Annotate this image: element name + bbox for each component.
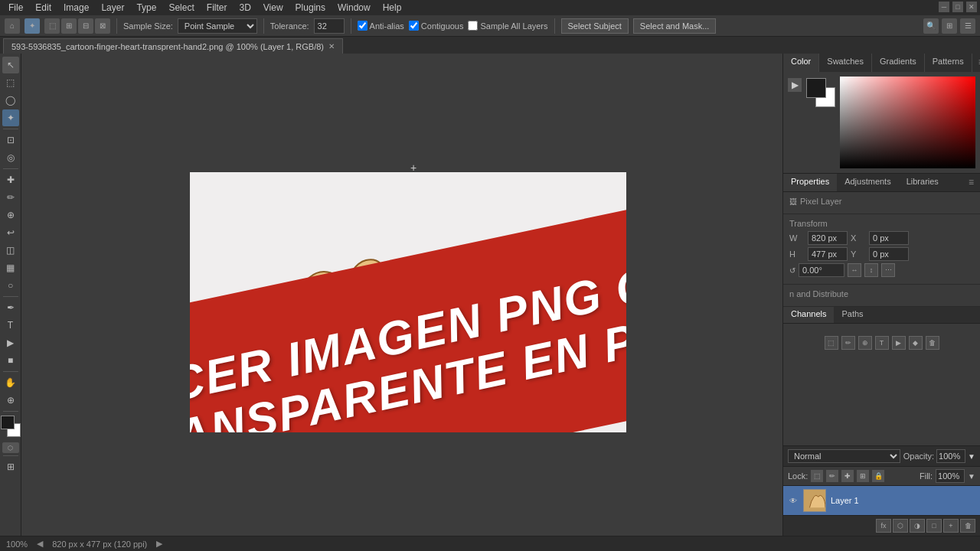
fg-bg-swatches[interactable] xyxy=(806,78,835,107)
shape-tool-button[interactable]: ■ xyxy=(2,352,19,369)
gradient-tool-button[interactable]: ▦ xyxy=(2,259,19,276)
color-panel-expand-icon[interactable]: ≡ xyxy=(972,54,980,72)
healing-tool-button[interactable]: ✚ xyxy=(2,171,19,188)
tab-properties[interactable]: Properties xyxy=(783,174,837,191)
channel-icon-4[interactable]: T xyxy=(875,336,889,350)
maximize-button[interactable]: □ xyxy=(952,2,963,12)
menu-image[interactable]: Image xyxy=(58,1,94,15)
anti-alias-checkbox[interactable] xyxy=(358,21,368,31)
foreground-color-swatch-panel[interactable] xyxy=(806,78,826,98)
add-group-button[interactable]: □ xyxy=(926,519,942,533)
channel-icon-1[interactable]: ⬚ xyxy=(825,336,838,350)
quick-mask-button[interactable]: ⬡ xyxy=(2,442,19,453)
lock-transparent-icon[interactable]: ⬚ xyxy=(811,470,823,482)
tab-paths[interactable]: Paths xyxy=(834,307,871,323)
eraser-tool-button[interactable]: ◫ xyxy=(2,242,19,259)
zoom-tool-button[interactable]: ⊕ xyxy=(2,392,19,409)
brush-tool-button[interactable]: ✏ xyxy=(2,189,19,206)
foreground-color-swatch[interactable] xyxy=(1,416,15,429)
marquee-tool-button[interactable]: ⬚ xyxy=(2,74,19,91)
tab-libraries[interactable]: Libraries xyxy=(899,174,946,191)
width-input[interactable] xyxy=(808,231,848,245)
sample-size-select[interactable]: Point Sample 3 by 3 Average 5 by 5 Avera… xyxy=(178,18,257,34)
workspace-icon[interactable]: ⊞ xyxy=(942,18,957,34)
menu-3d[interactable]: 3D xyxy=(234,1,256,15)
wand-tool-button[interactable]: ✦ xyxy=(2,109,19,126)
home-icon[interactable]: ⌂ xyxy=(5,18,20,34)
flip-h-button[interactable]: ↔ xyxy=(848,263,861,277)
dodge-tool-button[interactable]: ○ xyxy=(2,277,19,294)
status-arrow-left[interactable]: ◀ xyxy=(37,539,43,549)
hand-tool-button[interactable]: ✋ xyxy=(2,374,19,391)
menu-type[interactable]: Type xyxy=(131,1,162,15)
flip-v-button[interactable]: ↕ xyxy=(864,263,878,277)
more-transform-button[interactable]: ⋯ xyxy=(881,263,895,277)
new-selection-icon[interactable]: ⬚ xyxy=(44,18,60,34)
lock-artboard-icon[interactable]: ⊞ xyxy=(857,470,869,482)
x-input[interactable] xyxy=(869,231,909,245)
menu-select[interactable]: Select xyxy=(163,1,199,15)
document-tab[interactable]: 593-5936835_cartoon-finger-heart-transpr… xyxy=(3,38,343,54)
menu-window[interactable]: Window xyxy=(332,1,376,15)
fg-bg-color-swatch[interactable] xyxy=(1,416,21,437)
pen-tool-button[interactable]: ✒ xyxy=(2,299,19,316)
properties-expand-icon[interactable]: ≡ xyxy=(962,174,980,191)
layer-visibility-icon[interactable]: 👁 xyxy=(788,495,799,506)
menu-help[interactable]: Help xyxy=(377,1,407,15)
play-button[interactable]: ▶ xyxy=(788,78,802,92)
close-button[interactable]: ✕ xyxy=(966,2,977,12)
channel-icon-3[interactable]: ⊕ xyxy=(858,336,872,350)
angle-input[interactable] xyxy=(799,263,844,277)
add-mask-button[interactable]: ⬡ xyxy=(893,519,908,533)
lasso-tool-button[interactable]: ◯ xyxy=(2,92,19,109)
eyedropper-tool-button[interactable]: ◎ xyxy=(2,149,19,166)
screen-mode-button[interactable]: ⊞ xyxy=(2,458,19,475)
menu-edit[interactable]: Edit xyxy=(30,1,57,15)
sample-all-layers-checkbox[interactable] xyxy=(468,21,478,31)
subtract-selection-icon[interactable]: ⊟ xyxy=(78,18,93,34)
menu-view[interactable]: View xyxy=(258,1,289,15)
intersect-selection-icon[interactable]: ⊠ xyxy=(95,18,110,34)
tab-gradients[interactable]: Gradients xyxy=(872,54,925,72)
clone-tool-button[interactable]: ⊕ xyxy=(2,207,19,223)
panels-icon[interactable]: ☰ xyxy=(960,18,975,34)
wand-tool-icon[interactable]: ✦ xyxy=(24,18,40,34)
delete-layer-button[interactable]: 🗑 xyxy=(960,519,975,533)
tab-adjustments[interactable]: Adjustments xyxy=(837,174,899,191)
tab-color[interactable]: Color xyxy=(783,54,819,72)
fx-button[interactable]: fx xyxy=(876,519,891,533)
menu-layer[interactable]: Layer xyxy=(96,1,129,15)
tab-swatches[interactable]: Swatches xyxy=(819,54,872,72)
channel-icon-6[interactable]: ◆ xyxy=(909,336,923,350)
add-layer-button[interactable]: + xyxy=(943,519,959,533)
lock-all-icon[interactable]: 🔒 xyxy=(872,470,884,482)
channel-icon-5[interactable]: ▶ xyxy=(892,336,906,350)
canvas-area[interactable]: + xyxy=(21,54,782,536)
blend-mode-select[interactable]: Normal Multiply Screen xyxy=(788,449,900,463)
minimize-button[interactable]: ─ xyxy=(939,2,949,12)
tab-close-icon[interactable]: ✕ xyxy=(328,42,335,51)
path-select-button[interactable]: ▶ xyxy=(2,334,19,351)
add-selection-icon[interactable]: ⊞ xyxy=(61,18,77,34)
tab-patterns[interactable]: Patterns xyxy=(925,54,972,72)
opacity-input[interactable] xyxy=(936,449,965,463)
gradient-field[interactable] xyxy=(840,77,975,168)
color-gradient-picker[interactable] xyxy=(840,77,975,168)
y-input[interactable] xyxy=(869,247,909,261)
tab-channels[interactable]: Channels xyxy=(783,307,834,323)
layer-item[interactable]: 👁 Layer 1 xyxy=(783,486,980,515)
lock-pixels-icon[interactable]: ✏ xyxy=(826,470,838,482)
channel-icon-7[interactable]: 🗑 xyxy=(926,336,939,350)
tolerance-input[interactable] xyxy=(314,18,345,34)
menu-file[interactable]: File xyxy=(3,1,28,15)
fill-input[interactable] xyxy=(936,469,965,483)
opacity-chevron[interactable]: ▼ xyxy=(968,452,975,461)
history-brush-button[interactable]: ↩ xyxy=(2,224,19,241)
add-adjustment-button[interactable]: ◑ xyxy=(910,519,925,533)
menu-filter[interactable]: Filter xyxy=(201,1,233,15)
menu-plugins[interactable]: Plugins xyxy=(290,1,331,15)
lock-position-icon[interactable]: ✚ xyxy=(841,470,854,482)
crop-tool-button[interactable]: ⊡ xyxy=(2,132,19,148)
status-arrow-right[interactable]: ▶ xyxy=(156,539,162,549)
search-icon[interactable]: 🔍 xyxy=(923,18,939,34)
